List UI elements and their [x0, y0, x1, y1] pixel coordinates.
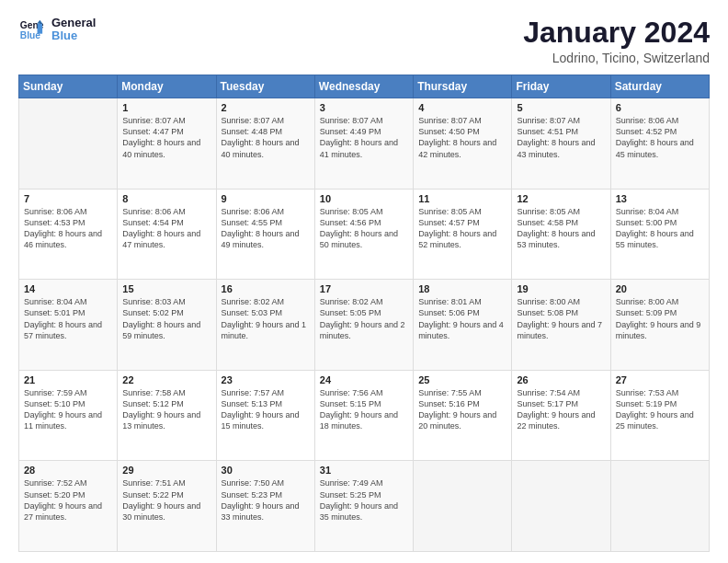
day-number: 11	[418, 193, 506, 204]
day-cell	[610, 461, 709, 552]
day-info: Sunrise: 8:05 AMSunset: 4:57 PMDaylight:…	[418, 206, 506, 251]
day-info: Sunrise: 8:02 AMSunset: 5:03 PMDaylight:…	[222, 296, 310, 341]
day-cell: 30Sunrise: 7:50 AMSunset: 5:23 PMDayligh…	[216, 461, 314, 552]
day-info: Sunrise: 7:58 AMSunset: 5:12 PMDaylight:…	[122, 387, 210, 432]
calendar-body: 1Sunrise: 8:07 AMSunset: 4:47 PMDaylight…	[19, 98, 710, 552]
day-number: 28	[24, 465, 112, 476]
day-cell: 2Sunrise: 8:07 AMSunset: 4:48 PMDaylight…	[216, 98, 314, 190]
calendar-title: January 2024	[523, 17, 710, 49]
day-info: Sunrise: 8:03 AMSunset: 5:02 PMDaylight:…	[122, 296, 210, 341]
day-info: Sunrise: 8:05 AMSunset: 4:58 PMDaylight:…	[517, 206, 605, 251]
calendar-subtitle: Lodrino, Ticino, Switzerland	[523, 51, 710, 65]
day-number: 6	[616, 102, 704, 113]
day-info: Sunrise: 8:07 AMSunset: 4:47 PMDaylight:…	[122, 115, 210, 160]
day-cell: 18Sunrise: 8:01 AMSunset: 5:06 PMDayligh…	[414, 280, 512, 371]
day-info: Sunrise: 8:06 AMSunset: 4:55 PMDaylight:…	[222, 206, 310, 251]
day-number: 17	[320, 283, 408, 294]
week-row-5: 28Sunrise: 7:52 AMSunset: 5:20 PMDayligh…	[19, 461, 710, 552]
day-number: 4	[418, 102, 506, 113]
day-info: Sunrise: 8:06 AMSunset: 4:54 PMDaylight:…	[122, 206, 210, 251]
week-row-3: 14Sunrise: 8:04 AMSunset: 5:01 PMDayligh…	[19, 280, 710, 371]
day-cell: 27Sunrise: 7:53 AMSunset: 5:19 PMDayligh…	[610, 370, 709, 461]
weekday-friday: Friday	[512, 75, 610, 98]
day-cell: 20Sunrise: 8:00 AMSunset: 5:09 PMDayligh…	[610, 280, 709, 371]
day-cell: 1Sunrise: 8:07 AMSunset: 4:47 PMDaylight…	[118, 98, 216, 190]
day-info: Sunrise: 8:02 AMSunset: 5:05 PMDaylight:…	[320, 296, 408, 341]
day-info: Sunrise: 7:54 AMSunset: 5:17 PMDaylight:…	[517, 387, 605, 432]
day-number: 10	[320, 193, 408, 204]
day-number: 23	[222, 374, 310, 385]
day-number: 16	[222, 283, 310, 294]
day-cell: 21Sunrise: 7:59 AMSunset: 5:10 PMDayligh…	[19, 370, 118, 461]
day-info: Sunrise: 7:55 AMSunset: 5:16 PMDaylight:…	[418, 387, 506, 432]
day-cell: 12Sunrise: 8:05 AMSunset: 4:58 PMDayligh…	[512, 189, 610, 280]
day-number: 20	[616, 283, 704, 294]
weekday-sunday: Sunday	[19, 75, 118, 98]
day-info: Sunrise: 8:04 AMSunset: 5:01 PMDaylight:…	[24, 296, 112, 341]
weekday-saturday: Saturday	[610, 75, 709, 98]
day-info: Sunrise: 8:07 AMSunset: 4:50 PMDaylight:…	[418, 115, 506, 160]
day-info: Sunrise: 8:01 AMSunset: 5:06 PMDaylight:…	[418, 296, 506, 341]
day-info: Sunrise: 7:50 AMSunset: 5:23 PMDaylight:…	[222, 477, 310, 523]
calendar-table: SundayMondayTuesdayWednesdayThursdayFrid…	[18, 75, 710, 552]
day-cell: 25Sunrise: 7:55 AMSunset: 5:16 PMDayligh…	[414, 370, 512, 461]
day-cell	[512, 461, 610, 552]
day-number: 26	[517, 374, 605, 385]
day-cell: 15Sunrise: 8:03 AMSunset: 5:02 PMDayligh…	[118, 280, 216, 371]
day-number: 8	[122, 193, 210, 204]
day-cell: 13Sunrise: 8:04 AMSunset: 5:00 PMDayligh…	[610, 189, 709, 280]
logo-text-blue: Blue	[51, 29, 96, 42]
day-cell: 8Sunrise: 8:06 AMSunset: 4:54 PMDaylight…	[118, 189, 216, 280]
day-number: 15	[122, 283, 210, 294]
day-info: Sunrise: 8:07 AMSunset: 4:48 PMDaylight:…	[222, 115, 310, 160]
day-info: Sunrise: 7:52 AMSunset: 5:20 PMDaylight:…	[24, 477, 112, 523]
day-info: Sunrise: 8:06 AMSunset: 4:53 PMDaylight:…	[24, 206, 112, 251]
day-cell: 6Sunrise: 8:06 AMSunset: 4:52 PMDaylight…	[610, 98, 709, 190]
weekday-tuesday: Tuesday	[216, 75, 314, 98]
day-number: 5	[517, 102, 605, 113]
day-number: 18	[418, 283, 506, 294]
day-info: Sunrise: 8:07 AMSunset: 4:49 PMDaylight:…	[320, 115, 408, 160]
day-number: 7	[24, 193, 112, 204]
day-info: Sunrise: 7:53 AMSunset: 5:19 PMDaylight:…	[616, 387, 704, 432]
day-cell: 26Sunrise: 7:54 AMSunset: 5:17 PMDayligh…	[512, 370, 610, 461]
weekday-thursday: Thursday	[414, 75, 512, 98]
day-info: Sunrise: 7:51 AMSunset: 5:22 PMDaylight:…	[122, 477, 210, 523]
day-number: 9	[222, 193, 310, 204]
day-number: 24	[320, 374, 408, 385]
day-info: Sunrise: 7:49 AMSunset: 5:25 PMDaylight:…	[320, 477, 408, 523]
logo-text-general: General	[51, 17, 96, 29]
day-info: Sunrise: 8:00 AMSunset: 5:08 PMDaylight:…	[517, 296, 605, 341]
day-number: 3	[320, 102, 408, 113]
week-row-1: 1Sunrise: 8:07 AMSunset: 4:47 PMDaylight…	[19, 98, 710, 190]
day-cell: 17Sunrise: 8:02 AMSunset: 5:05 PMDayligh…	[314, 280, 413, 371]
day-number: 31	[320, 465, 408, 476]
day-number: 22	[122, 374, 210, 385]
day-cell: 3Sunrise: 8:07 AMSunset: 4:49 PMDaylight…	[314, 98, 413, 190]
day-cell: 16Sunrise: 8:02 AMSunset: 5:03 PMDayligh…	[216, 280, 314, 371]
weekday-monday: Monday	[118, 75, 216, 98]
day-cell: 14Sunrise: 8:04 AMSunset: 5:01 PMDayligh…	[19, 280, 118, 371]
day-number: 14	[24, 283, 112, 294]
day-cell: 28Sunrise: 7:52 AMSunset: 5:20 PMDayligh…	[19, 461, 118, 552]
day-info: Sunrise: 7:56 AMSunset: 5:15 PMDaylight:…	[320, 387, 408, 432]
weekday-header-row: SundayMondayTuesdayWednesdayThursdayFrid…	[19, 75, 710, 98]
week-row-2: 7Sunrise: 8:06 AMSunset: 4:53 PMDaylight…	[19, 189, 710, 280]
day-cell	[414, 461, 512, 552]
day-number: 27	[616, 374, 704, 385]
calendar-page: General Blue General Blue January 2024 L…	[0, 0, 728, 563]
logo-icon: General Blue	[18, 17, 44, 42]
day-number: 12	[517, 193, 605, 204]
day-info: Sunrise: 8:05 AMSunset: 4:56 PMDaylight:…	[320, 206, 408, 251]
day-number: 29	[122, 465, 210, 476]
title-block: January 2024 Lodrino, Ticino, Switzerlan…	[523, 17, 710, 65]
day-number: 2	[222, 102, 310, 113]
weekday-wednesday: Wednesday	[314, 75, 413, 98]
day-info: Sunrise: 7:57 AMSunset: 5:13 PMDaylight:…	[222, 387, 310, 432]
day-number: 13	[616, 193, 704, 204]
day-cell: 29Sunrise: 7:51 AMSunset: 5:22 PMDayligh…	[118, 461, 216, 552]
day-cell: 31Sunrise: 7:49 AMSunset: 5:25 PMDayligh…	[314, 461, 413, 552]
day-cell: 24Sunrise: 7:56 AMSunset: 5:15 PMDayligh…	[314, 370, 413, 461]
day-info: Sunrise: 7:59 AMSunset: 5:10 PMDaylight:…	[24, 387, 112, 432]
calendar-header: SundayMondayTuesdayWednesdayThursdayFrid…	[19, 75, 710, 98]
